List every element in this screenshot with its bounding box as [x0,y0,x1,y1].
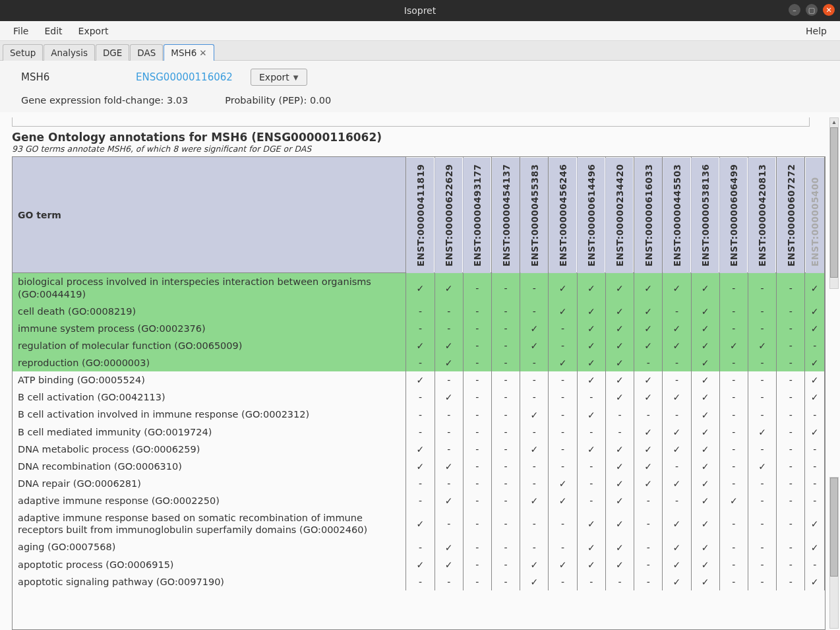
dash-cell: - [406,424,435,441]
menu-help[interactable]: Help [798,23,835,39]
dash-cell: - [719,406,748,423]
dash-cell: - [605,406,634,423]
checkmark-cell: ✓ [577,371,605,389]
scrollbar-lower[interactable] [829,477,839,629]
checkmark-cell: ✓ [634,441,663,458]
dash-cell: - [605,573,634,590]
checkmark-cell: ✓ [805,509,825,538]
menu-file[interactable]: File [5,23,36,39]
dash-cell: - [406,389,435,406]
tab-msh6[interactable]: MSH6✕ [164,44,214,61]
dash-cell: - [463,354,491,371]
checkmark-cell: ✓ [805,573,825,590]
maximize-button[interactable]: ▢ [806,4,818,16]
dash-cell: - [492,573,520,590]
minimize-button[interactable]: – [789,4,800,16]
dash-cell: - [406,303,435,320]
dash-cell: - [663,458,691,475]
table-row: cell death (GO:0008219)-----✓✓✓✓-✓---✓ [13,303,825,320]
dash-cell: - [520,303,549,320]
go-term-cell: DNA recombination (GO:0006310) [13,458,406,475]
gene-header-panel: MSH6 ENSG00000116062 Export ▼ Gene expre… [0,61,840,112]
dash-cell: - [634,556,663,573]
dash-cell: - [663,303,691,320]
scrollbar-thumb[interactable] [830,127,838,278]
menu-export[interactable]: Export [71,23,117,39]
checkmark-cell: ✓ [435,458,463,475]
checkmark-cell: ✓ [549,492,577,509]
checkmark-cell: ✓ [577,354,605,371]
table-row: adaptive immune response based on somati… [13,509,825,538]
checkmark-cell: ✓ [805,424,825,441]
dash-cell: - [663,354,691,371]
checkmark-cell: ✓ [691,273,719,303]
dash-cell: - [777,371,805,389]
dash-cell: - [777,441,805,458]
checkmark-cell: ✓ [691,371,719,389]
checkmark-cell: ✓ [805,273,825,303]
close-button[interactable]: ✕ [823,4,835,16]
checkmark-cell: ✓ [748,337,776,354]
dash-cell: - [777,424,805,441]
dash-cell: - [435,371,463,389]
checkmark-cell: ✓ [634,458,663,475]
dash-cell: - [634,509,663,538]
checkmark-cell: ✓ [805,320,825,337]
checkmark-cell: ✓ [634,320,663,337]
tab-das[interactable]: DAS [130,44,163,61]
checkmark-cell: ✓ [406,441,435,458]
checkmark-cell: ✓ [691,573,719,590]
checkmark-cell: ✓ [577,273,605,303]
dash-cell: - [805,441,825,458]
dash-cell: - [719,458,748,475]
dash-cell: - [777,406,805,423]
checkmark-cell: ✓ [435,556,463,573]
table-row: B cell activation involved in immune res… [13,406,825,423]
window-controls: – ▢ ✕ [789,4,835,16]
gene-name: MSH6 [21,71,120,83]
checkmark-cell: ✓ [663,556,691,573]
ensembl-link[interactable]: ENSG00000116062 [136,71,235,83]
checkmark-cell: ✓ [549,556,577,573]
scrollbar-thumb[interactable] [830,478,838,577]
upper-panel-placeholder [12,117,810,127]
scrollbar-upper[interactable]: ▴ [829,117,839,289]
go-term-cell: ATP binding (GO:0005524) [13,371,406,389]
dash-cell: - [663,492,691,509]
dash-cell: - [719,303,748,320]
checkmark-cell: ✓ [663,273,691,303]
tab-setup[interactable]: Setup [3,44,43,61]
go-term-cell: adaptive immune response based on somati… [13,509,406,538]
tab-label: Analysis [51,47,88,58]
app-window: Isopret – ▢ ✕ File Edit Export Help Setu… [0,0,840,630]
dash-cell: - [634,492,663,509]
go-term-cell: B cell mediated immunity (GO:0019724) [13,424,406,441]
checkmark-cell: ✓ [719,337,748,354]
dash-cell: - [492,337,520,354]
dash-cell: - [777,273,805,303]
transcript-column-header: ENST:00000606499 [719,157,748,273]
checkmark-cell: ✓ [520,492,549,509]
checkmark-cell: ✓ [435,492,463,509]
checkmark-cell: ✓ [605,303,634,320]
dash-cell: - [463,273,491,303]
dash-cell: - [719,320,748,337]
go-annotations-heading: Gene Ontology annotations for MSH6 (ENSG… [12,131,825,144]
checkmark-cell: ✓ [691,354,719,371]
dash-cell: - [520,538,549,555]
dash-cell: - [748,406,776,423]
checkmark-cell: ✓ [748,458,776,475]
dash-cell: - [748,475,776,492]
export-dropdown[interactable]: Export ▼ [251,69,307,86]
dash-cell: - [549,389,577,406]
close-icon[interactable]: ✕ [199,47,206,58]
transcript-column-header: ENST:00000455383 [520,157,549,273]
dash-cell: - [463,303,491,320]
menu-edit[interactable]: Edit [36,23,70,39]
tab-analysis[interactable]: Analysis [44,44,95,61]
dash-cell: - [520,475,549,492]
transcript-column-header: ENST:00000493177 [463,157,491,273]
checkmark-cell: ✓ [663,389,691,406]
checkmark-cell: ✓ [691,337,719,354]
tab-dge[interactable]: DGE [96,44,129,61]
